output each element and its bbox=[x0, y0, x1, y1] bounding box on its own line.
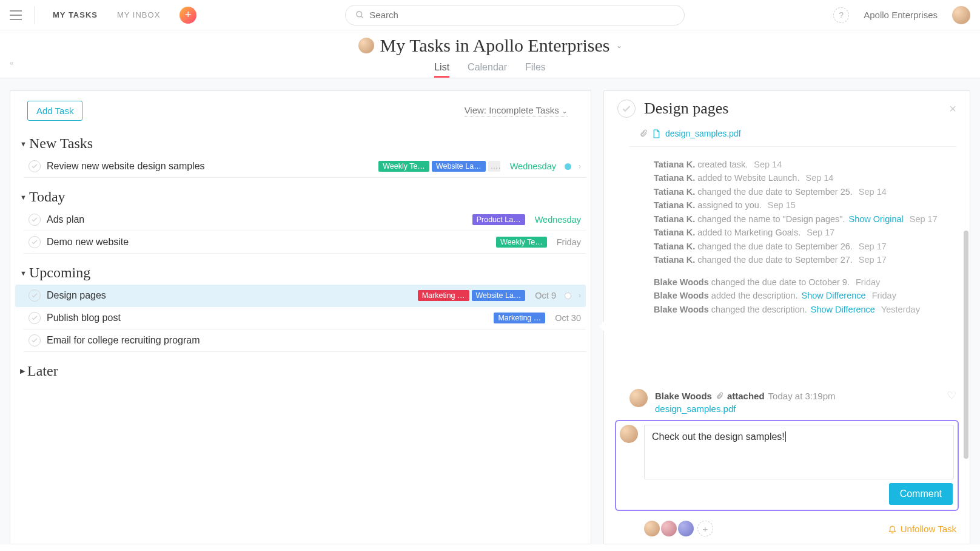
task-row[interactable]: Demo new website Weekly Te… Friday bbox=[24, 231, 586, 254]
project-tag[interactable]: Product La… bbox=[472, 214, 525, 225]
chevron-right-icon: › bbox=[579, 162, 581, 171]
nav-my-tasks[interactable]: MY TASKS bbox=[47, 10, 104, 19]
section-label: Later bbox=[27, 363, 58, 379]
svg-line-1 bbox=[361, 16, 363, 18]
task-name: Demo new website bbox=[47, 237, 490, 248]
task-row[interactable]: Review new website design samples Weekly… bbox=[24, 155, 586, 178]
menu-icon[interactable] bbox=[10, 10, 22, 20]
comment-composer: Check out the design samples! Comment bbox=[615, 420, 959, 511]
attachment-link[interactable]: design_samples.pdf bbox=[665, 129, 741, 138]
title-avatar bbox=[358, 38, 374, 53]
file-icon bbox=[653, 129, 660, 138]
due-date: Oct 30 bbox=[555, 313, 581, 323]
task-name: Publish blog post bbox=[47, 313, 488, 323]
complete-task-button[interactable] bbox=[617, 100, 636, 118]
show-difference-link[interactable]: Show Difference bbox=[802, 291, 866, 300]
tab-calendar[interactable]: Calendar bbox=[468, 59, 507, 78]
task-name: Ads plan bbox=[47, 214, 466, 225]
due-date: Oct 9 bbox=[535, 291, 556, 300]
comment-item: Blake Woods attached Today at 3:19pm ♡ d… bbox=[604, 384, 970, 414]
caret-right-icon: ▶ bbox=[20, 367, 25, 375]
section-upcoming[interactable]: ▼ Upcoming bbox=[15, 254, 586, 285]
comment-author: Blake Woods bbox=[655, 391, 712, 401]
complete-checkbox[interactable] bbox=[29, 236, 41, 248]
section-label: New Tasks bbox=[29, 135, 93, 152]
search-input[interactable] bbox=[369, 10, 674, 20]
view-filter-dropdown[interactable]: View: Incomplete Tasks ⌄ bbox=[465, 105, 568, 117]
complete-checkbox[interactable] bbox=[29, 334, 41, 346]
follower-avatar[interactable] bbox=[644, 521, 660, 536]
complete-checkbox[interactable] bbox=[29, 289, 41, 302]
task-name: Email for college recruiting program bbox=[47, 335, 581, 346]
project-tag[interactable]: Weekly Te… bbox=[496, 237, 547, 248]
project-tag[interactable]: Marketing … bbox=[418, 290, 469, 301]
help-button[interactable]: ? bbox=[833, 7, 849, 23]
complete-checkbox[interactable] bbox=[29, 214, 41, 226]
caret-down-icon: ▼ bbox=[20, 140, 27, 147]
due-date: Friday bbox=[557, 237, 581, 247]
section-label: Today bbox=[29, 189, 65, 205]
page-header: « My Tasks in Apollo Enterprises ⌄ List … bbox=[0, 30, 980, 78]
chevron-right-icon: › bbox=[579, 291, 581, 300]
org-name[interactable]: Apollo Enterprises bbox=[864, 10, 938, 20]
show-original-link[interactable]: Show Original bbox=[849, 214, 904, 224]
project-tag[interactable]: Marketing … bbox=[494, 313, 545, 323]
status-dot bbox=[565, 292, 571, 299]
task-row[interactable]: Email for college recruiting program bbox=[24, 330, 586, 352]
panel-pointer bbox=[599, 322, 604, 331]
activity-log: Tatiana K. created task.Sep 14 Tatiana K… bbox=[629, 147, 956, 316]
like-icon[interactable]: ♡ bbox=[947, 389, 956, 402]
tab-list[interactable]: List bbox=[434, 59, 449, 78]
paperclip-icon bbox=[639, 129, 648, 138]
follower-avatar[interactable] bbox=[661, 521, 677, 536]
close-icon[interactable]: × bbox=[949, 102, 956, 116]
collapse-sidebar-icon[interactable]: « bbox=[10, 59, 14, 67]
project-tag[interactable]: Website La… bbox=[472, 290, 526, 301]
section-later[interactable]: ▶ Later bbox=[15, 352, 586, 383]
task-row[interactable]: Design pages Marketing … Website La… Oct… bbox=[15, 285, 586, 307]
svg-point-0 bbox=[357, 12, 362, 17]
comment-button[interactable]: Comment bbox=[889, 483, 953, 505]
unfollow-button[interactable]: Unfollow Task bbox=[888, 524, 956, 534]
comment-file-link[interactable]: design_samples.pdf bbox=[655, 404, 956, 414]
task-list-panel: Add Task View: Incomplete Tasks ⌄ ▼ New … bbox=[10, 90, 591, 544]
follower-avatar[interactable] bbox=[678, 521, 694, 536]
add-follower-button[interactable]: + bbox=[697, 521, 713, 536]
chevron-down-icon[interactable]: ⌄ bbox=[616, 41, 622, 50]
attachment-row: design_samples.pdf bbox=[629, 125, 956, 147]
due-date: Wednesday bbox=[510, 161, 556, 171]
new-button[interactable]: + bbox=[180, 7, 196, 24]
complete-checkbox[interactable] bbox=[29, 312, 41, 324]
chevron-down-icon: ⌄ bbox=[562, 107, 568, 115]
project-tag[interactable]: Website La… bbox=[432, 161, 486, 172]
section-new-tasks[interactable]: ▼ New Tasks bbox=[15, 124, 586, 155]
show-difference-link[interactable]: Show Difference bbox=[811, 305, 875, 314]
add-task-button[interactable]: Add Task bbox=[27, 101, 82, 121]
nav-my-inbox[interactable]: MY INBOX bbox=[111, 10, 166, 19]
section-today[interactable]: ▼ Today bbox=[15, 178, 586, 209]
followers-row: + Unfollow Task bbox=[604, 518, 970, 544]
divider bbox=[34, 6, 35, 24]
user-avatar[interactable] bbox=[952, 6, 970, 24]
search-field[interactable] bbox=[345, 5, 685, 25]
project-tag[interactable]: Weekly Te… bbox=[378, 161, 429, 172]
more-tags[interactable]: … bbox=[488, 161, 500, 172]
paperclip-icon bbox=[716, 392, 723, 400]
main-content: Add Task View: Incomplete Tasks ⌄ ▼ New … bbox=[0, 78, 980, 544]
bell-icon bbox=[888, 524, 897, 533]
task-row[interactable]: Publish blog post Marketing … Oct 30 bbox=[24, 307, 586, 330]
view-filter-label: View: Incomplete Tasks bbox=[465, 105, 559, 115]
complete-checkbox[interactable] bbox=[29, 160, 41, 172]
task-row[interactable]: Ads plan Product La… Wednesday bbox=[24, 209, 586, 231]
due-date: Wednesday bbox=[535, 215, 581, 225]
comment-time: Today at 3:19pm bbox=[768, 391, 836, 401]
status-dot bbox=[565, 163, 571, 170]
composer-avatar bbox=[620, 425, 638, 443]
task-detail-title[interactable]: Design pages bbox=[644, 100, 941, 118]
task-detail-panel: Design pages × design_samples.pdf Tatian… bbox=[603, 90, 970, 544]
comment-input[interactable]: Check out the design samples! bbox=[644, 425, 954, 479]
page-title: My Tasks in Apollo Enterprises bbox=[380, 35, 610, 56]
tab-files[interactable]: Files bbox=[525, 59, 546, 78]
section-label: Upcoming bbox=[29, 265, 90, 281]
caret-down-icon: ▼ bbox=[20, 194, 27, 201]
